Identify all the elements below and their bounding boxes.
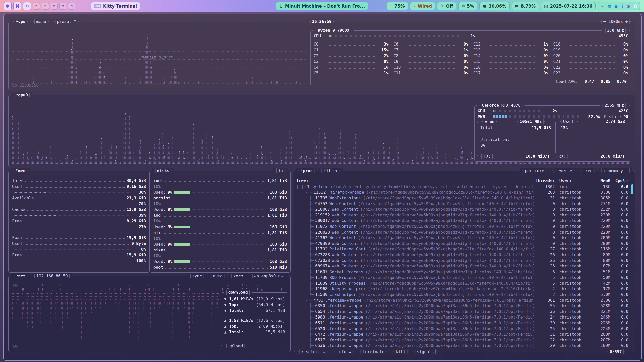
core-pct: 0%	[617, 64, 628, 70]
process-row[interactable]: ├─ 11968.keepassxc-prox(/nix/store/bslpj…	[296, 286, 628, 292]
paw-icon[interactable]: ✱	[4, 2, 12, 10]
process-row[interactable]: ├─ 580017Web Content(/nix/store/fqadd0bp…	[296, 218, 628, 224]
process-row[interactable]: ├─ 673288Web Content(/nix/store/fqadd0bp…	[296, 252, 628, 258]
io-mode-button[interactable]: io	[273, 168, 288, 174]
process-row[interactable]: [-]─11532.firefox-wrappe(/nix/store/fqad…	[296, 190, 628, 195]
process-row[interactable]: ├─ 11732Privileged Cont(/nix/store/fqadd…	[296, 246, 628, 252]
preset-button[interactable]: preset *	[52, 19, 81, 25]
tab-cpu[interactable]: ¹cpu	[11, 19, 30, 25]
disk-size: 1,81 TiB	[267, 178, 287, 184]
process-pid: 11972	[315, 223, 327, 229]
cpu-usage-label: 5%	[467, 4, 474, 9]
process-row[interactable]: ├─ 11795WebExtensions(/nix/store/fqadd0b…	[296, 195, 628, 201]
core-label: C3	[314, 59, 326, 64]
gpu-frequency: 2565 MHz	[600, 102, 629, 108]
filter-button[interactable]: filter	[319, 168, 343, 174]
process-row[interactable]: ├─ 5983.ferdium-wrappe(/nix/store/a1pj8h…	[296, 314, 628, 320]
core-pct: 2%	[378, 53, 389, 59]
process-row[interactable]: ├─ 6520.ferdium-wrappe(/nix/store/a1pj8h…	[296, 326, 628, 332]
disks-title[interactable]: disks	[152, 168, 174, 174]
workspace-icons: ✱N↻▫▫▫▫▫	[4, 2, 75, 10]
core-row-c5: C51%	[314, 70, 389, 76]
tab-gpu[interactable]: ⁵gpu0	[11, 92, 32, 98]
col-memb[interactable]: MemB	[589, 178, 610, 184]
tab-mem[interactable]: ²mem	[11, 168, 30, 174]
cpu-usage-module[interactable]: ✽5%	[458, 2, 477, 10]
process-row[interactable]: ├─ 479390Web Content(/nix/store/fqadd0bp…	[296, 241, 628, 246]
mini-icon-3[interactable]: ▫	[51, 3, 58, 10]
col-threads[interactable]: Threads:	[534, 178, 555, 184]
tree-toggle[interactable]: tree	[578, 168, 597, 174]
process-row[interactable]: ├─ 11972Web Content(/nix/store/fqadd0bpr…	[296, 223, 628, 229]
menu-button[interactable]: menu	[32, 19, 51, 25]
tab-proc[interactable]: ⁴proc	[296, 168, 317, 174]
clock-module[interactable]: ▥2025-07-22 16:36	[541, 2, 596, 10]
mem-value: 15,9 GiB	[127, 235, 146, 241]
bell-icon[interactable]: Ω	[634, 4, 637, 9]
process-threads: 26	[534, 263, 555, 269]
process-row[interactable]: ├─ 41363Web Content(/nix/store/fqadd0bpr…	[296, 235, 628, 241]
sort-column-switcher[interactable]: ← memory →	[599, 168, 632, 174]
kill-button[interactable]: kill	[391, 349, 410, 355]
process-row[interactable]: ├─ 218067Web Content(/nix/store/fqadd0bp…	[296, 206, 628, 212]
process-row[interactable]: ├─ 94753Web Content(/nix/store/fqadd0bpr…	[296, 201, 628, 207]
process-row[interactable]: ├─ 6517.ferdium-wrappe(/nix/store/a1pj8h…	[296, 337, 628, 343]
process-row[interactable]: [-]─1systemd(/run/current-system/systemd…	[296, 184, 628, 190]
terminate-button[interactable]: terminate	[358, 349, 389, 355]
process-row[interactable]: ├─ 689674Web Content(/nix/store/fqadd0bp…	[296, 263, 628, 269]
memory-usage-module[interactable]: ▦30.06%	[479, 2, 510, 10]
nix-icon[interactable]: N	[13, 2, 21, 10]
refresh-icon[interactable]: ↻	[23, 2, 31, 10]
auto-button[interactable]: auto	[208, 273, 227, 279]
mini-icon-4[interactable]: ▫	[59, 3, 66, 10]
select-hint[interactable]: ↑ select ↓	[296, 349, 330, 355]
reverse-toggle[interactable]: reverse	[550, 168, 577, 174]
tab-net[interactable]: ³net	[11, 273, 30, 279]
disk-used-label: Used:	[153, 224, 166, 230]
col-tree[interactable]: Tree:	[296, 178, 534, 184]
process-row[interactable]: ├─ 219152Web Content(/nix/store/fqadd0bp…	[296, 212, 628, 218]
process-row[interactable]: ├─ 6472.ferdium-wrappe(/nix/store/a1pj8h…	[296, 331, 628, 337]
airplane-module[interactable]: ✈Off	[437, 2, 456, 10]
active-window-chip[interactable]: ⌨ Kitty Terminal	[91, 2, 140, 10]
info-button[interactable]: info ↵	[332, 349, 356, 355]
process-row[interactable]: ├─ 220028Web Content(/nix/store/fqadd0bp…	[296, 229, 628, 235]
process-scrollbar[interactable]	[631, 184, 633, 194]
mini-icon-5[interactable]: ▫	[68, 3, 75, 10]
process-row[interactable]: [-]─4783.ferdium-wrappe(/nix/store/a1pj8…	[296, 297, 628, 303]
display-icon[interactable]: ▣	[614, 4, 618, 9]
zero-button[interactable]: zero	[229, 273, 248, 279]
mini-icon-1[interactable]: ▫	[33, 3, 40, 10]
per-core-toggle[interactable]: per-core	[520, 168, 549, 174]
music-player-chip[interactable]: ♫ Minuit Machine – Don't Run Fro...	[276, 2, 368, 10]
process-row[interactable]: ├─ 673038Web Content(/nix/store/fqadd0bp…	[296, 258, 628, 263]
cpu-graph-mode-label[interactable]: user ▲▼ system	[139, 54, 173, 60]
leader-dots	[168, 251, 265, 251]
interface-switcher[interactable]: ←b enp8s0 n→	[249, 273, 288, 279]
process-row[interactable]: └─ 11539crashhelper(/nix/store/fqadd0bpr…	[296, 292, 628, 297]
process-row[interactable]: ├─ 6654.ferdium-wrappe(/nix/store/a1pj8h…	[296, 309, 628, 314]
network-module[interactable]: ⌁Wired	[410, 2, 435, 10]
mini-icon-2[interactable]: ▫	[42, 3, 49, 10]
process-row[interactable]: ├─ 11839Utility Process(/nix/store/fqadd…	[296, 280, 628, 286]
process-row[interactable]: ├─ 6350.ferdium-wrappe(/nix/store/a1pj8h…	[296, 303, 628, 309]
core-row-c11: C110%	[394, 70, 469, 76]
check-icon[interactable]: ✓	[601, 4, 605, 9]
volume-module[interactable]: ♪75%	[387, 2, 408, 10]
process-row[interactable]: ├─ 11607Socket Process(/nix/store/fqadd0…	[296, 269, 628, 275]
process-row[interactable]: ├─ 6536.ferdium-wrappe(/nix/store/a1pj8h…	[296, 343, 628, 349]
col-user[interactable]: User:	[555, 178, 589, 184]
process-row[interactable]: ├─ 6511.ferdium-wrappe(/nix/store/a1pj8h…	[296, 320, 628, 326]
sync-button[interactable]: sync	[188, 273, 207, 279]
disk-usage-module[interactable]: ▤8.79%	[512, 2, 539, 10]
update-interval-control[interactable]: ─ 1000ms +	[599, 19, 632, 25]
process-pid: 673038	[315, 258, 330, 263]
signals-button[interactable]: signals	[412, 349, 438, 355]
process-threads: 1302	[534, 184, 555, 190]
core-pct: 0%	[457, 70, 468, 76]
camera-icon[interactable]: ◉	[627, 4, 631, 9]
wave-icon[interactable]: ≋	[608, 4, 611, 9]
bluetooth-icon[interactable]: ᛒ	[621, 4, 624, 9]
col-cpu[interactable]: Cpu%↑	[610, 178, 628, 184]
process-row[interactable]: ├─ 11739RDD Process(/nix/store/fqadd0bpr…	[296, 275, 628, 281]
